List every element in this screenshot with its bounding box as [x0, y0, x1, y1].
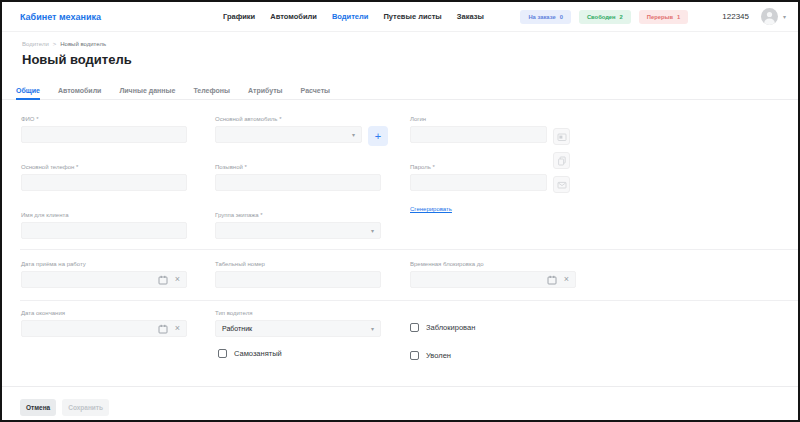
tab-phones[interactable]: Телефоны: [193, 87, 230, 100]
breadcrumb-separator: >: [53, 41, 57, 47]
login-input[interactable]: [410, 126, 547, 143]
temp-block-label: Временная блокировка до: [410, 261, 576, 267]
login-label: Логин: [410, 116, 547, 122]
plus-icon: +: [375, 130, 381, 142]
app-window: Кабинет механика Графики Автомобили Води…: [0, 0, 800, 422]
fired-checkbox[interactable]: Уволен: [410, 351, 451, 360]
main-phone-input[interactable]: [21, 174, 187, 191]
badge-break[interactable]: Перерыв 1: [639, 10, 688, 24]
password-label: Пароль *: [410, 164, 547, 170]
badge-on-order-count: 0: [560, 14, 563, 20]
field-client-name: Имя для клиента: [21, 212, 187, 239]
field-fio: ФИО *: [21, 116, 187, 143]
personnel-number-label: Табельный номер: [215, 261, 381, 267]
field-crew-group: Группа экипажа * ▾: [215, 212, 381, 239]
page-title: Новый водитель: [22, 52, 132, 67]
client-name-label: Имя для клиента: [21, 212, 187, 218]
field-password: Пароль *: [410, 164, 547, 191]
tab-personal-data[interactable]: Личные данные: [119, 87, 175, 100]
badge-free-count: 2: [620, 14, 623, 20]
fio-label: ФИО *: [21, 116, 187, 122]
app-header: Кабинет механика Графики Автомобили Води…: [2, 2, 798, 32]
nav-waybills[interactable]: Путевые листы: [383, 12, 441, 21]
temp-block-input[interactable]: ×: [410, 271, 576, 288]
password-input[interactable]: [410, 174, 547, 191]
main-car-select[interactable]: ▾: [215, 126, 362, 143]
end-date-input[interactable]: ×: [21, 320, 187, 337]
driver-type-select[interactable]: Работник ▾: [215, 320, 381, 337]
badge-on-order-label: На заказе: [528, 14, 555, 20]
chevron-down-icon: ▾: [352, 131, 355, 138]
nav-drivers[interactable]: Водители: [332, 12, 369, 21]
avatar[interactable]: [761, 8, 778, 25]
blocked-checkbox[interactable]: Заблокирован: [410, 323, 475, 332]
badge-on-order[interactable]: На заказе 0: [520, 10, 571, 24]
hire-date-label: Дата приёма на работу: [21, 261, 187, 267]
mail-icon: [557, 180, 567, 190]
tab-calculations[interactable]: Расчеты: [301, 87, 330, 100]
main-phone-label: Основной телефон *: [21, 164, 187, 170]
generate-password-link[interactable]: Сгенерировать: [410, 206, 452, 212]
app-logo[interactable]: Кабинет механика: [20, 12, 101, 22]
field-end-date: Дата окончания ×: [21, 310, 187, 337]
clear-icon[interactable]: ×: [175, 275, 180, 284]
section-divider: [20, 300, 798, 301]
nav-orders[interactable]: Заказы: [457, 12, 484, 21]
driver-type-label: Тип водителя: [215, 310, 381, 316]
send-mail-button[interactable]: [553, 176, 570, 193]
field-main-car: Основной автомобиль * ▾: [215, 116, 362, 143]
copy-button[interactable]: [553, 152, 570, 169]
checkbox-icon: [218, 349, 227, 358]
chevron-down-icon: ▾: [371, 227, 374, 234]
tab-cars[interactable]: Автомобили: [58, 87, 102, 100]
badge-free[interactable]: Свободен 2: [579, 10, 631, 24]
chevron-down-icon: ▾: [371, 325, 374, 332]
driver-status-badges: На заказе 0 Свободен 2 Перерыв 1: [520, 10, 688, 24]
tab-general[interactable]: Общие: [16, 87, 40, 100]
badge-break-count: 1: [677, 14, 680, 20]
field-callsign: Позывной *: [215, 164, 381, 191]
calendar-icon[interactable]: [547, 275, 557, 285]
add-car-button[interactable]: +: [368, 126, 388, 146]
hire-date-input[interactable]: ×: [21, 271, 187, 288]
badge-free-label: Свободен: [587, 14, 616, 20]
tab-bar: Общие Автомобили Личные данные Телефоны …: [2, 81, 798, 100]
id-card-icon: [557, 132, 567, 142]
client-name-input[interactable]: [21, 222, 187, 239]
main-car-label: Основной автомобиль *: [215, 116, 362, 122]
field-driver-type: Тип водителя Работник ▾: [215, 310, 381, 337]
chevron-down-icon[interactable]: ▾: [783, 13, 786, 20]
calendar-icon[interactable]: [158, 275, 168, 285]
self-employed-label: Самозанятый: [234, 349, 282, 358]
end-date-label: Дата окончания: [21, 310, 187, 316]
cancel-button[interactable]: Отмена: [20, 399, 56, 416]
clear-icon[interactable]: ×: [564, 275, 569, 284]
nav-cars[interactable]: Автомобили: [270, 12, 317, 21]
user-icon: [761, 8, 778, 25]
breadcrumb-current: Новый водитель: [60, 41, 106, 47]
save-button[interactable]: Сохранить: [62, 399, 109, 416]
section-divider: [20, 249, 798, 250]
login-card-button[interactable]: [553, 128, 570, 145]
fio-input[interactable]: [21, 126, 187, 143]
checkbox-icon: [410, 351, 419, 360]
breadcrumb-drivers[interactable]: Водители: [22, 41, 49, 47]
field-main-phone: Основной телефон *: [21, 164, 187, 191]
crew-group-select[interactable]: ▾: [215, 222, 381, 239]
crew-group-label: Группа экипажа *: [215, 212, 381, 218]
nav-graphics[interactable]: Графики: [223, 12, 255, 21]
self-employed-checkbox[interactable]: Самозанятый: [218, 349, 282, 358]
calendar-icon[interactable]: [158, 324, 168, 334]
callsign-input[interactable]: [215, 174, 381, 191]
driver-type-value: Работник: [222, 325, 252, 332]
footer-divider: [2, 386, 798, 387]
fired-label: Уволен: [426, 351, 451, 360]
tab-attributes[interactable]: Атрибуты: [248, 87, 283, 100]
field-personnel-number: Табельный номер: [215, 261, 381, 288]
field-hire-date: Дата приёма на работу ×: [21, 261, 187, 288]
field-login: Логин: [410, 116, 547, 143]
personnel-number-input[interactable]: [215, 271, 381, 288]
clear-icon[interactable]: ×: [175, 324, 180, 333]
user-number: 122345: [722, 12, 749, 21]
checkbox-icon: [410, 323, 419, 332]
